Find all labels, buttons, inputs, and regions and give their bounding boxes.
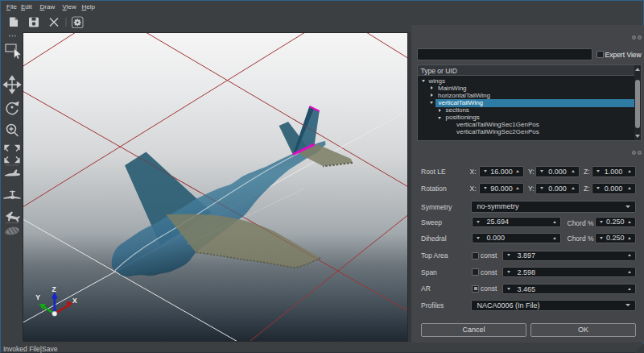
svg-text:Z: Z xyxy=(52,285,56,293)
svg-text:X: X xyxy=(72,297,77,305)
svg-text:Y: Y xyxy=(35,293,40,301)
